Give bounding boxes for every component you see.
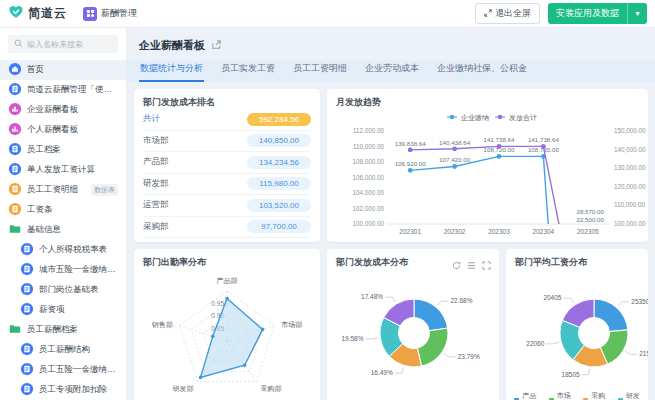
ranking-row-5[interactable]: 采购部97,700.00 bbox=[143, 217, 311, 239]
legend-item[interactable]: 产品部 bbox=[514, 391, 541, 400]
doc-icon bbox=[8, 162, 22, 176]
sidebar-item-label: 员工档案 bbox=[27, 144, 118, 156]
main-content: 企业薪酬看板 数据统计与分析员工实发工资员工工资明细企业劳动成本企业缴纳社保、公… bbox=[127, 28, 655, 400]
page-title: 企业薪酬看板 bbox=[139, 38, 205, 53]
sidebar-item-11[interactable]: 部门岗位基础表 bbox=[0, 280, 126, 300]
doc-icon bbox=[20, 282, 34, 296]
sidebar-item-13[interactable]: 员工薪酬档案 bbox=[0, 320, 126, 340]
line-chart[interactable]: 112,000.00110,000.00108,000.00106,000.00… bbox=[336, 109, 639, 242]
sidebar-item-label: 员工专项附加扣除 bbox=[39, 384, 118, 396]
doc-icon bbox=[8, 142, 22, 156]
install-app-button[interactable]: 安装应用及数据 ▼ bbox=[548, 3, 647, 24]
sidebar-item-16[interactable]: 员工专项附加扣除 bbox=[0, 380, 126, 400]
jiandaoyun-logo[interactable]: 简道云 bbox=[8, 4, 67, 24]
sidebar-item-1[interactable]: 简道云薪酬管理「使用说明」 bbox=[0, 80, 126, 100]
ranking-value: 115,980.00 bbox=[247, 177, 311, 190]
list-view-icon[interactable] bbox=[467, 256, 476, 274]
ranking-value: 140,850.00 bbox=[247, 134, 311, 147]
sidebar-item-label: 员工薪酬档案 bbox=[27, 324, 118, 336]
card-title-ranking: 部门发放成本排名 bbox=[143, 96, 311, 109]
legend-item[interactable]: 市场部 bbox=[549, 391, 576, 400]
legend-item[interactable]: 采购部 bbox=[583, 391, 610, 400]
sidebar-item-15[interactable]: 员工五险一金缴纳基数 bbox=[0, 360, 126, 380]
install-app-label: 安装应用及数据 bbox=[548, 3, 627, 24]
sidebar-search-input[interactable]: 输入名称来搜索 bbox=[8, 35, 118, 53]
sidebar-item-label: 城市五险一金缴纳比例 bbox=[39, 264, 118, 276]
sidebar-item-7[interactable]: 工资条 bbox=[0, 200, 126, 220]
ranking-row-3[interactable]: 研发部115,980.00 bbox=[143, 174, 311, 196]
tab-3[interactable]: 企业劳动成本 bbox=[364, 58, 420, 82]
tab-0[interactable]: 数据统计与分析 bbox=[139, 58, 204, 82]
sidebar-item-0[interactable]: 首页 bbox=[0, 60, 126, 80]
sidebar-item-10[interactable]: 城市五险一金缴纳比例 bbox=[0, 260, 126, 280]
current-app-chip[interactable]: 薪酬管理 bbox=[83, 7, 137, 21]
sidebar-item-label: 薪资项 bbox=[39, 304, 118, 316]
card-title-radar: 部门出勤率分布 bbox=[143, 256, 311, 269]
search-icon bbox=[14, 39, 23, 50]
chart-icon bbox=[8, 102, 22, 116]
donut-chart-salary[interactable]: 2535021508185052206020405 bbox=[515, 269, 639, 400]
legend-item[interactable]: 研发部 bbox=[618, 391, 645, 400]
exit-fullscreen-label: 退出全屏 bbox=[495, 7, 531, 20]
ranking-value: 103,520.00 bbox=[247, 199, 311, 212]
exit-fullscreen-button[interactable]: 退出全屏 bbox=[475, 3, 540, 24]
fullscreen-icon[interactable] bbox=[482, 256, 491, 274]
ranking-row-2[interactable]: 产品部134,234.56 bbox=[143, 152, 311, 174]
svg-text:研发部: 研发部 bbox=[172, 385, 193, 393]
svg-text:106,920.00: 106,920.00 bbox=[395, 160, 427, 167]
sidebar-item-label: 个人薪酬看板 bbox=[27, 124, 118, 136]
sidebar-item-3[interactable]: 个人薪酬看板 bbox=[0, 120, 126, 140]
sidebar-item-9[interactable]: 个人所得税税率表 bbox=[0, 240, 126, 260]
svg-text:120,000.00: 120,000.00 bbox=[614, 183, 646, 190]
sidebar-item-8[interactable]: 基础信息 bbox=[0, 220, 126, 240]
data-table-badge: 数据表 bbox=[91, 184, 118, 196]
top-bar: 简道云 薪酬管理 退出全屏 安装应用及数据 ▼ bbox=[0, 0, 655, 28]
sidebar-item-14[interactable]: 员工薪酬结构 bbox=[0, 340, 126, 360]
donut-chart-cost[interactable]: 22.68%23.79%16.49%19.58%17.48% bbox=[336, 269, 490, 400]
svg-text:22,500.00: 22,500.00 bbox=[576, 216, 604, 223]
svg-text:22060: 22060 bbox=[526, 340, 544, 347]
svg-text:采购部: 采购部 bbox=[261, 385, 282, 393]
share-icon[interactable] bbox=[211, 36, 222, 54]
svg-text:销售部: 销售部 bbox=[151, 321, 173, 329]
svg-text:202302: 202302 bbox=[444, 228, 466, 235]
svg-text:202305: 202305 bbox=[577, 228, 599, 235]
doc-icon bbox=[20, 242, 34, 256]
sidebar-item-2[interactable]: 企业薪酬看板 bbox=[0, 100, 126, 120]
sidebar-item-label: 部门岗位基础表 bbox=[39, 284, 118, 296]
ranking-table: 共计592,284.56市场部140,850.00产品部134,234.56研发… bbox=[143, 109, 311, 238]
sidebar: 输入名称来搜索 首页简道云薪酬管理「使用说明」企业薪酬看板个人薪酬看板员工档案单… bbox=[0, 28, 127, 400]
radar-chart[interactable]: 0.950.900.85产品部市场部采购部研发部销售部 bbox=[143, 269, 311, 400]
doc-icon bbox=[20, 362, 34, 376]
svg-text:100,000.00: 100,000.00 bbox=[614, 220, 646, 227]
svg-text:企业缴纳: 企业缴纳 bbox=[460, 114, 489, 122]
doc-icon bbox=[20, 262, 34, 276]
svg-text:110,000.00: 110,000.00 bbox=[353, 143, 385, 150]
ranking-value: 97,700.00 bbox=[247, 220, 311, 233]
sidebar-item-6[interactable]: 员工工资明细数据表 bbox=[0, 180, 126, 200]
tab-1[interactable]: 员工实发工资 bbox=[220, 58, 276, 82]
chevron-down-icon[interactable]: ▼ bbox=[627, 3, 647, 24]
ranking-row-0[interactable]: 共计592,284.56 bbox=[143, 109, 311, 131]
doc-icon bbox=[20, 302, 34, 316]
svg-text:102,000.00: 102,000.00 bbox=[352, 205, 384, 212]
svg-text:0.95: 0.95 bbox=[211, 300, 224, 307]
svg-text:产品部: 产品部 bbox=[217, 277, 238, 285]
doc-icon bbox=[8, 82, 22, 96]
sidebar-item-5[interactable]: 单人发放工资计算 bbox=[0, 160, 126, 180]
sidebar-item-label: 首页 bbox=[27, 64, 118, 76]
sidebar-item-12[interactable]: 薪资项 bbox=[0, 300, 126, 320]
folder-icon bbox=[8, 322, 22, 336]
folder-icon bbox=[8, 222, 22, 236]
refresh-icon[interactable] bbox=[452, 256, 461, 274]
svg-text:140,438.64: 140,438.64 bbox=[439, 139, 471, 146]
svg-text:202303: 202303 bbox=[488, 228, 510, 235]
tab-2[interactable]: 员工工资明细 bbox=[292, 58, 348, 82]
doc-icon bbox=[8, 182, 22, 196]
svg-text:140,000.00: 140,000.00 bbox=[614, 146, 646, 153]
ranking-row-4[interactable]: 运营部103,520.00 bbox=[143, 195, 311, 217]
card-attendance-radar: 部门出勤率分布 0.950.900.85产品部市场部采购部研发部销售部 bbox=[134, 249, 320, 400]
sidebar-item-4[interactable]: 员工档案 bbox=[0, 140, 126, 160]
ranking-row-1[interactable]: 市场部140,850.00 bbox=[143, 131, 311, 153]
tab-4[interactable]: 企业缴纳社保、公积金 bbox=[436, 58, 528, 82]
